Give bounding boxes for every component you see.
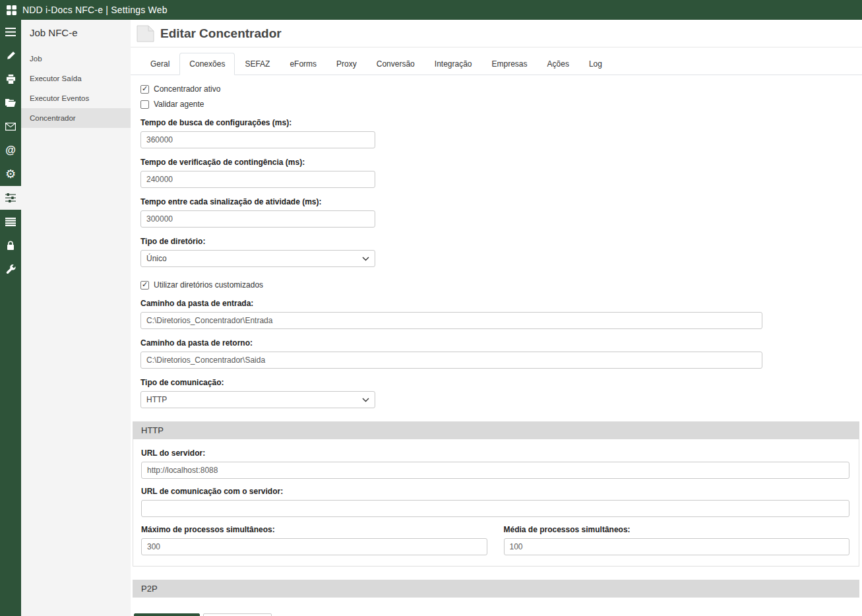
sidebar: Job NFC-e Job Executor Saída Executor Ev…: [21, 20, 131, 616]
printer-icon[interactable]: [0, 67, 21, 91]
tab-sefaz[interactable]: SEFAZ: [235, 53, 280, 75]
lock-icon[interactable]: [0, 233, 21, 257]
field-tempo-sinalizacao: Tempo entre cada sinalização de atividad…: [140, 197, 851, 228]
tab-acoes[interactable]: Ações: [538, 53, 579, 75]
http-section-body: URL do servidor: URL de comunicação com …: [133, 439, 859, 567]
checkbox-icon[interactable]: [140, 85, 149, 94]
gear-icon[interactable]: ⚙: [0, 162, 21, 186]
checkbox-label: Utilizar diretórios customizados: [154, 280, 263, 290]
tab-empresas[interactable]: Empresas: [482, 53, 538, 75]
sidebar-item-concentrador[interactable]: Concentrador: [21, 108, 131, 128]
select-value: Único: [146, 254, 167, 263]
field-label: URL do servidor:: [141, 448, 849, 458]
menu-icon[interactable]: [0, 20, 21, 44]
field-caminho-retorno: Caminho da pasta de retorno:: [140, 338, 851, 369]
checkbox-icon[interactable]: [140, 100, 149, 109]
field-url-servidor: URL do servidor:: [141, 448, 849, 479]
field-label: Caminho da pasta de retorno:: [140, 338, 851, 348]
field-tempo-busca: Tempo de busca de configurações (ms):: [140, 118, 851, 148]
field-label: Tempo entre cada sinalização de atividad…: [140, 197, 851, 206]
topbar: NDD i-Docs NFC-e | Settings Web: [0, 0, 862, 20]
form-actions: Gravar Cancelar: [134, 613, 851, 616]
chevron-down-icon: [362, 257, 369, 261]
checkbox-label: Concentrador ativo: [154, 84, 220, 94]
tab-geral[interactable]: Geral: [140, 53, 179, 75]
icon-rail: @ ⚙: [0, 20, 21, 616]
list-icon[interactable]: [0, 210, 21, 233]
sidebar-title: Job NFC-e: [21, 20, 131, 49]
checkbox-utilizar-diretorios[interactable]: Utilizar diretórios customizados: [140, 280, 851, 290]
sidebar-item-executor-eventos[interactable]: Executor Eventos: [21, 88, 131, 108]
url-servidor-input[interactable]: [141, 462, 849, 479]
at-sign-icon[interactable]: @: [0, 139, 21, 162]
chevron-down-icon: [362, 398, 369, 402]
main-panel: Editar Concentrador Geral Conexões SEFAZ…: [131, 20, 862, 616]
field-tempo-verificacao: Tempo de verificação de contingência (ms…: [140, 158, 851, 188]
wrench-icon[interactable]: [0, 257, 21, 281]
checkbox-concentrador-ativo[interactable]: Concentrador ativo: [140, 84, 851, 94]
cancel-button[interactable]: Cancelar: [203, 613, 272, 616]
checkbox-icon[interactable]: [140, 281, 149, 290]
tab-eforms[interactable]: eForms: [280, 53, 326, 75]
tab-log[interactable]: Log: [579, 53, 612, 75]
checkbox-label: Validar agente: [154, 100, 204, 109]
field-tipo-comunicacao: Tipo de comunicação: HTTP: [140, 378, 851, 408]
tipo-comunicacao-select[interactable]: HTTP: [140, 391, 375, 408]
tempo-sinalizacao-input[interactable]: [140, 210, 375, 228]
select-value: HTTP: [146, 395, 167, 404]
tab-conversao[interactable]: Conversão: [367, 53, 425, 75]
sliders-icon[interactable]: [0, 186, 21, 210]
caminho-retorno-input[interactable]: [140, 352, 762, 369]
tab-integracao[interactable]: Integração: [425, 53, 482, 75]
tipo-diretorio-select[interactable]: Único: [140, 250, 375, 267]
tab-conexoes[interactable]: Conexões: [179, 53, 235, 75]
tempo-busca-input[interactable]: [140, 131, 375, 148]
field-media-processos: Média de processos simultâneos:: [504, 525, 850, 555]
field-label: Tempo de verificação de contingência (ms…: [140, 158, 851, 167]
tab-bar: Geral Conexões SEFAZ eForms Proxy Conver…: [131, 47, 862, 75]
page-title: Editar Concentrador: [160, 26, 282, 41]
field-maximo-processos: Máximo de processos simultâneos:: [141, 525, 487, 555]
form-content: Concentrador ativo Validar agente Tempo …: [131, 75, 862, 616]
sidebar-item-executor-saida[interactable]: Executor Saída: [21, 69, 131, 88]
url-comunicacao-input[interactable]: [141, 500, 849, 517]
checkbox-validar-agente[interactable]: Validar agente: [140, 100, 851, 109]
app-logo-icon[interactable]: [0, 5, 22, 15]
field-label: Tipo de diretório:: [140, 237, 851, 246]
caminho-entrada-input[interactable]: [140, 312, 762, 329]
app-title: NDD i-Docs NFC-e | Settings Web: [22, 5, 168, 15]
field-url-comunicacao: URL de comunicação com o servidor:: [141, 487, 849, 517]
field-label: Média de processos simultâneos:: [504, 525, 850, 534]
field-caminho-entrada: Caminho da pasta de entrada:: [140, 299, 851, 329]
folder-icon[interactable]: [0, 91, 21, 115]
field-label: Tempo de busca de configurações (ms):: [140, 118, 851, 127]
media-processos-input[interactable]: [504, 538, 850, 555]
document-icon: [135, 24, 155, 43]
maximo-processos-input[interactable]: [141, 538, 487, 555]
tab-proxy[interactable]: Proxy: [326, 53, 367, 75]
http-section-header[interactable]: HTTP: [133, 421, 859, 439]
signature-pen-icon[interactable]: [0, 44, 21, 67]
four-squares-logo-icon: [7, 5, 16, 15]
field-label: Máximo de processos simultâneos:: [141, 525, 487, 534]
page-header: Editar Concentrador: [131, 20, 862, 47]
sidebar-item-job[interactable]: Job: [21, 49, 131, 69]
field-tipo-diretorio: Tipo de diretório: Único: [140, 237, 851, 267]
save-button[interactable]: Gravar: [134, 613, 200, 616]
mail-icon[interactable]: [0, 115, 21, 139]
tempo-verificacao-input[interactable]: [140, 171, 375, 188]
p2p-section: P2P: [133, 580, 859, 598]
p2p-section-header[interactable]: P2P: [133, 580, 859, 598]
field-label: Caminho da pasta de entrada:: [140, 299, 851, 308]
field-label: Tipo de comunicação:: [140, 378, 851, 387]
http-section: HTTP URL do servidor: URL de comunicação…: [133, 421, 859, 567]
field-label: URL de comunicação com o servidor:: [141, 487, 849, 496]
